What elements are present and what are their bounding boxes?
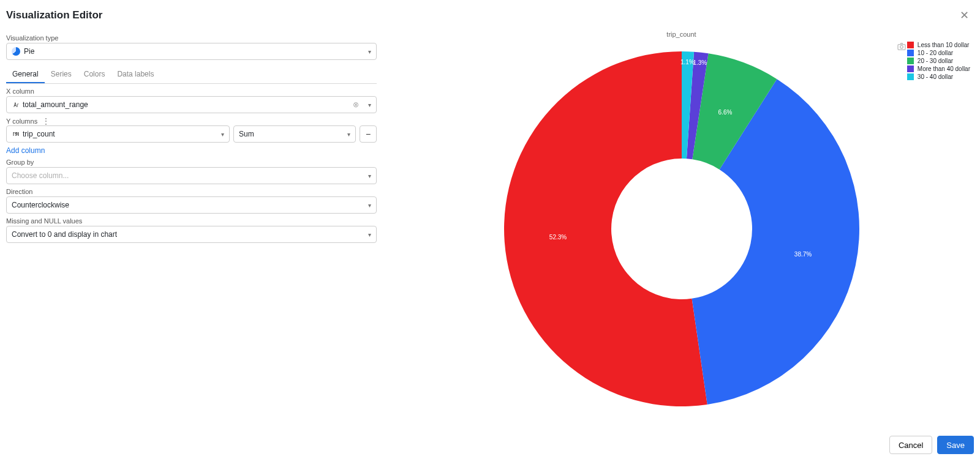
slice-label: 6.6% — [718, 109, 732, 116]
legend-item[interactable]: Less than 10 dollar — [907, 42, 970, 48]
slice-label: 1.3% — [693, 59, 707, 66]
chevron-down-icon: ▾ — [368, 231, 371, 238]
chevron-down-icon: ▾ — [368, 173, 371, 179]
tab-colors[interactable]: Colors — [78, 66, 111, 83]
chevron-down-icon: ▾ — [368, 102, 371, 108]
page-title: Visualization Editor — [6, 9, 102, 21]
group-by-label: Group by — [6, 159, 377, 166]
chevron-down-icon: ▾ — [368, 48, 371, 55]
group-by-select[interactable]: Choose column... ▾ — [6, 167, 377, 184]
chevron-down-icon: ▾ — [221, 131, 224, 138]
vis-type-value: Pie — [24, 47, 34, 56]
x-column-value: total_amount_range — [23, 100, 88, 109]
slice-label: 38.7% — [794, 251, 811, 258]
tab-series[interactable]: Series — [45, 66, 78, 83]
legend-swatch — [907, 65, 914, 72]
close-button[interactable]: ✕ — [955, 6, 974, 24]
legend-swatch — [907, 58, 914, 64]
x-column-select[interactable]: total_amount_range ⊗ ▾ — [6, 96, 377, 113]
legend-item[interactable]: 20 - 30 dollar — [907, 58, 970, 64]
tab-data-labels[interactable]: Data labels — [111, 66, 160, 83]
direction-value: Counterclockwise — [12, 201, 69, 209]
legend-label: 10 - 20 dollar — [918, 50, 953, 56]
x-col-label: X column — [6, 88, 377, 95]
cancel-button[interactable]: Cancel — [889, 436, 932, 454]
null-handling-label: Missing and NULL values — [6, 217, 377, 225]
legend-label: 20 - 30 dollar — [918, 58, 953, 64]
chevron-down-icon: ▾ — [368, 202, 371, 209]
direction-label: Direction — [6, 188, 377, 195]
legend: Less than 10 dollar10 - 20 dollar20 - 30… — [907, 42, 970, 81]
y-cols-label: Y columns — [6, 118, 37, 125]
tabs: General Series Colors Data labels — [6, 66, 377, 84]
y-agg-value: Sum — [239, 130, 254, 138]
legend-label: Less than 10 dollar — [918, 42, 970, 48]
chevron-down-icon: ▾ — [347, 131, 350, 138]
config-panel: Visualization type Pie ▾ General Series … — [0, 27, 383, 431]
vis-type-label: Visualization type — [6, 34, 377, 42]
string-type-icon — [12, 100, 20, 109]
legend-swatch — [907, 42, 914, 48]
legend-swatch — [907, 50, 914, 56]
group-by-placeholder: Choose column... — [12, 171, 69, 180]
svg-point-1 — [900, 45, 903, 48]
direction-select[interactable]: Counterclockwise ▾ — [6, 196, 377, 214]
footer: Cancel Save — [889, 436, 974, 454]
legend-item[interactable]: 10 - 20 dollar — [907, 50, 970, 56]
chart-panel: trip_count 52.3%38.7%6.6%1.3%1.1% Less t… — [383, 27, 980, 431]
legend-label: 30 - 40 dollar — [918, 73, 953, 80]
y-column-value: trip_count — [23, 130, 55, 138]
slice-label: 52.3% — [549, 234, 566, 241]
legend-swatch — [907, 73, 914, 80]
clear-icon[interactable]: ⊗ — [353, 100, 359, 109]
y-aggregation-select[interactable]: Sum ▾ — [233, 125, 356, 143]
camera-icon[interactable] — [897, 42, 907, 53]
legend-label: More than 40 dollar — [918, 65, 970, 72]
remove-y-column-button[interactable]: − — [360, 125, 377, 143]
tab-general[interactable]: General — [6, 66, 45, 83]
donut-chart: 52.3%38.7%6.6%1.3%1.1% — [492, 39, 872, 419]
vis-type-select[interactable]: Pie ▾ — [6, 43, 377, 60]
number-type-icon — [12, 130, 20, 138]
pie-slice[interactable] — [503, 51, 707, 406]
save-button[interactable]: Save — [937, 436, 974, 454]
pie-icon — [12, 47, 20, 56]
legend-item[interactable]: More than 40 dollar — [907, 65, 970, 72]
y-cols-menu-icon[interactable]: ⋮ — [42, 117, 50, 125]
null-handling-select[interactable]: Convert to 0 and display in chart ▾ — [6, 226, 377, 243]
null-handling-value: Convert to 0 and display in chart — [12, 230, 117, 239]
chart-title: trip_count — [383, 27, 980, 39]
legend-item[interactable]: 30 - 40 dollar — [907, 73, 970, 80]
slice-label: 1.1% — [680, 59, 694, 65]
y-column-select[interactable]: trip_count ▾ — [6, 125, 230, 143]
add-column-link[interactable]: Add column — [6, 146, 45, 155]
